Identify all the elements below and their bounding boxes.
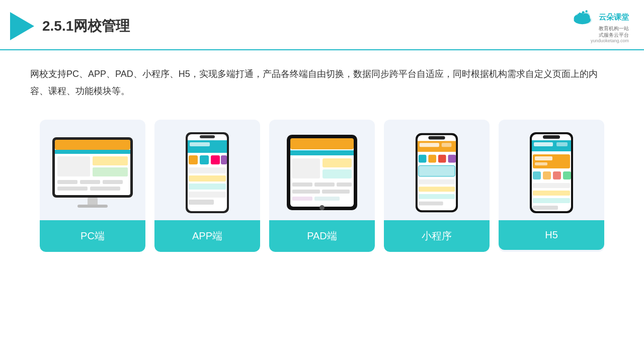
svg-rect-64 xyxy=(419,165,455,176)
svg-rect-16 xyxy=(55,150,130,154)
svg-rect-56 xyxy=(428,136,445,140)
svg-rect-31 xyxy=(200,155,209,164)
svg-rect-74 xyxy=(534,142,553,146)
svg-rect-80 xyxy=(543,171,551,179)
svg-rect-47 xyxy=(292,183,312,187)
svg-rect-77 xyxy=(535,156,552,160)
svg-rect-12 xyxy=(77,205,108,208)
svg-rect-81 xyxy=(553,171,561,179)
svg-rect-66 xyxy=(419,179,455,185)
svg-rect-18 xyxy=(93,156,128,165)
svg-rect-44 xyxy=(292,158,320,178)
svg-point-8 xyxy=(582,11,585,14)
monitor-icon xyxy=(50,132,135,213)
phone-h5-icon xyxy=(529,131,574,214)
svg-rect-83 xyxy=(533,183,570,188)
svg-rect-60 xyxy=(419,155,427,163)
svg-rect-85 xyxy=(533,198,570,203)
cards-container: PC端 xyxy=(30,120,614,252)
svg-rect-61 xyxy=(428,155,436,163)
svg-rect-32 xyxy=(211,155,220,164)
brand-icon: 云朵课堂 xyxy=(571,9,629,25)
svg-rect-28 xyxy=(188,140,227,153)
svg-rect-43 xyxy=(290,150,354,155)
page-title: 2.5.1网校管理 xyxy=(42,17,130,36)
svg-rect-51 xyxy=(322,190,350,194)
svg-rect-33 xyxy=(221,155,227,164)
svg-point-41 xyxy=(319,205,325,210)
app-card: APP端 xyxy=(154,120,260,252)
svg-rect-11 xyxy=(88,198,98,206)
svg-rect-84 xyxy=(533,191,570,196)
svg-rect-29 xyxy=(190,142,210,146)
svg-rect-75 xyxy=(556,142,568,146)
svg-rect-62 xyxy=(438,155,446,163)
pad-card: PAD端 xyxy=(269,120,375,252)
tablet-icon xyxy=(284,132,360,213)
h5-card: H5 xyxy=(499,120,604,252)
svg-rect-36 xyxy=(189,184,226,190)
svg-rect-52 xyxy=(292,197,312,201)
svg-rect-79 xyxy=(533,171,541,179)
svg-rect-17 xyxy=(57,156,90,176)
svg-rect-19 xyxy=(93,167,128,176)
h5-image-area xyxy=(499,120,604,220)
svg-rect-53 xyxy=(314,197,340,201)
miniprogram-card: 小程序 xyxy=(384,120,490,252)
svg-rect-23 xyxy=(57,187,88,191)
svg-rect-59 xyxy=(442,143,452,147)
description-text: 网校支持PC、APP、PAD、小程序、H5，实现多端打通，产品各终端自由切换，数… xyxy=(30,65,614,100)
svg-point-7 xyxy=(577,13,585,21)
miniprogram-image-area xyxy=(384,120,490,220)
svg-rect-34 xyxy=(189,167,226,173)
svg-rect-24 xyxy=(90,187,120,191)
svg-point-9 xyxy=(586,10,588,12)
header: 2.5.1网校管理 云朵课堂 xyxy=(0,0,644,50)
svg-rect-58 xyxy=(420,143,439,147)
svg-rect-35 xyxy=(189,175,226,182)
pc-card: PC端 xyxy=(40,120,145,252)
miniprogram-label: 小程序 xyxy=(384,220,490,252)
svg-rect-82 xyxy=(563,171,571,179)
brand-logo: 云朵课堂 教育机构一站式服务云平台 yunduoketang.com xyxy=(571,9,629,43)
svg-point-10 xyxy=(579,13,581,14)
pc-label: PC端 xyxy=(40,220,145,252)
pad-image-area xyxy=(269,120,375,220)
header-right: 云朵课堂 教育机构一站式服务云平台 yunduoketang.com xyxy=(571,9,629,43)
phone-mini-icon xyxy=(415,131,459,214)
svg-rect-67 xyxy=(419,187,455,192)
svg-rect-63 xyxy=(448,155,456,163)
svg-rect-69 xyxy=(419,202,443,206)
brand-url: yunduoketang.com xyxy=(591,38,629,43)
svg-rect-21 xyxy=(80,180,100,184)
svg-rect-50 xyxy=(292,190,320,194)
svg-rect-38 xyxy=(189,200,214,205)
svg-rect-46 xyxy=(323,169,352,178)
pad-label: PAD端 xyxy=(269,220,375,252)
svg-rect-30 xyxy=(189,155,198,164)
brand-tagline: 教育机构一站式服务云平台 xyxy=(599,25,629,38)
phone-app-icon xyxy=(185,131,230,214)
header-left: 2.5.1网校管理 xyxy=(10,12,130,40)
svg-rect-78 xyxy=(535,162,547,165)
svg-rect-48 xyxy=(314,183,335,187)
svg-rect-68 xyxy=(419,194,455,199)
svg-rect-86 xyxy=(533,206,558,210)
logo-triangle-icon xyxy=(10,12,34,40)
svg-rect-72 xyxy=(543,135,560,139)
svg-rect-45 xyxy=(323,158,352,167)
svg-rect-42 xyxy=(290,138,354,149)
svg-rect-22 xyxy=(103,180,123,184)
app-image-area xyxy=(154,120,260,220)
svg-rect-15 xyxy=(55,140,130,150)
svg-rect-37 xyxy=(189,192,226,198)
app-label: APP端 xyxy=(154,220,260,252)
svg-rect-20 xyxy=(57,180,77,184)
h5-label: H5 xyxy=(499,220,604,250)
svg-rect-49 xyxy=(337,183,352,187)
pc-image-area xyxy=(40,120,145,220)
cloud-icon xyxy=(571,9,596,25)
main-content: 网校支持PC、APP、PAD、小程序、H5，实现多端打通，产品各终端自由切换，数… xyxy=(0,50,644,267)
svg-rect-27 xyxy=(200,135,215,138)
brand-name: 云朵课堂 xyxy=(599,13,629,22)
